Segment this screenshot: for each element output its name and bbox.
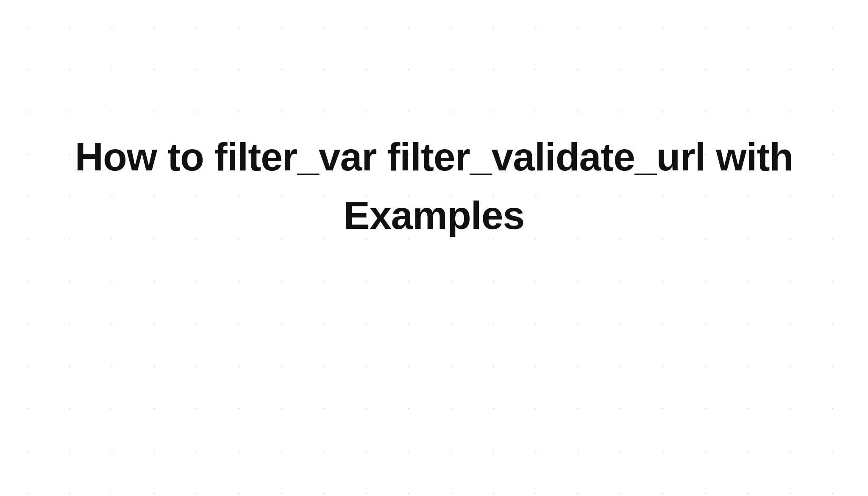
content-container: How to filter_var filter_validate_url wi… <box>0 0 868 496</box>
page-title: How to filter_var filter_validate_url wi… <box>0 128 868 368</box>
